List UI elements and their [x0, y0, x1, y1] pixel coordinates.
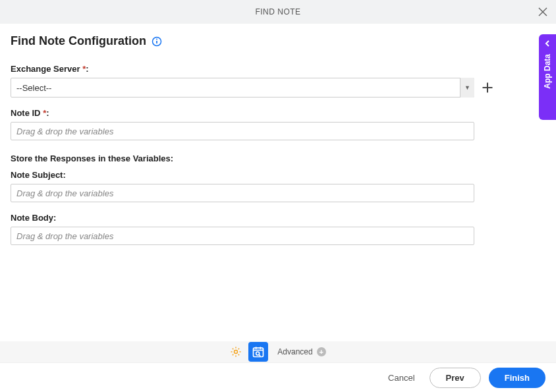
exchange-server-select-wrap: ▼	[11, 78, 474, 98]
form-content: Find Note Configuration Exchange Server …	[0, 24, 556, 245]
close-button[interactable]	[536, 5, 549, 18]
svg-line-13	[260, 355, 261, 356]
chevron-left-icon	[543, 40, 551, 47]
title-row: Find Note Configuration	[11, 34, 544, 48]
gear-icon[interactable]	[230, 346, 242, 358]
select-row: ▼	[11, 78, 544, 98]
modal-title: FIND NOTE	[255, 7, 300, 16]
advanced-toggle[interactable]: Advanced +	[277, 347, 325, 356]
required-mark: *	[43, 108, 46, 118]
note-id-label: Note ID *:	[11, 108, 544, 118]
note-subject-label: Note Subject:	[11, 170, 544, 180]
info-icon[interactable]	[152, 36, 162, 47]
note-subject-field: Note Subject:	[11, 170, 544, 202]
footer: Cancel Prev Finish	[0, 362, 556, 392]
note-body-label: Note Body:	[11, 213, 544, 223]
app-data-tab[interactable]: App Data	[539, 34, 556, 120]
close-icon	[538, 7, 547, 16]
calendar-search-icon[interactable]	[248, 342, 268, 362]
responses-section-label: Store the Responses in these Variables:	[11, 154, 544, 163]
svg-point-12	[256, 352, 260, 355]
exchange-server-field: Exchange Server *: ▼	[11, 64, 544, 98]
modal-header: FIND NOTE	[0, 0, 556, 24]
note-id-field: Note ID *:	[11, 108, 544, 140]
cancel-button[interactable]: Cancel	[381, 369, 421, 387]
svg-point-4	[156, 38, 157, 40]
page-title: Find Note Configuration	[11, 34, 146, 48]
required-mark: *	[82, 64, 86, 74]
app-data-label: App Data	[543, 54, 552, 89]
finish-button[interactable]: Finish	[489, 368, 545, 388]
plus-circle-icon: +	[317, 347, 326, 356]
exchange-server-select[interactable]	[11, 78, 474, 98]
prev-button[interactable]: Prev	[430, 368, 481, 388]
exchange-server-label: Exchange Server *:	[11, 64, 544, 74]
note-body-input[interactable]	[11, 227, 474, 245]
toolbar: Advanced +	[0, 341, 556, 362]
note-body-field: Note Body:	[11, 213, 544, 245]
note-subject-input[interactable]	[11, 184, 474, 202]
advanced-label: Advanced	[277, 347, 312, 356]
add-server-button[interactable]	[481, 81, 494, 94]
svg-point-7	[235, 350, 238, 354]
note-id-input[interactable]	[11, 122, 474, 140]
